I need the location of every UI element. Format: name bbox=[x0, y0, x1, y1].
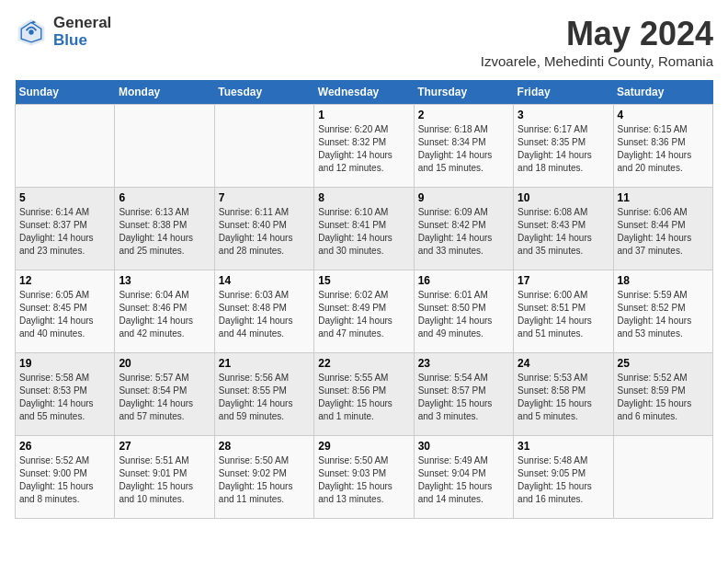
day-info: Sunrise: 6:10 AM Sunset: 8:41 PM Dayligh… bbox=[318, 206, 409, 258]
day-info: Sunrise: 6:02 AM Sunset: 8:49 PM Dayligh… bbox=[318, 289, 409, 340]
day-header-wednesday: Wednesday bbox=[314, 80, 414, 105]
day-info: Sunrise: 6:04 AM Sunset: 8:46 PM Dayligh… bbox=[119, 289, 210, 340]
day-number: 10 bbox=[518, 191, 609, 204]
calendar-cell: 24Sunrise: 5:53 AM Sunset: 8:58 PM Dayli… bbox=[514, 353, 613, 436]
day-number: 30 bbox=[418, 440, 509, 453]
calendar-cell: 28Sunrise: 5:50 AM Sunset: 9:02 PM Dayli… bbox=[214, 436, 313, 519]
day-number: 29 bbox=[318, 440, 409, 453]
day-info: Sunrise: 5:56 AM Sunset: 8:55 PM Dayligh… bbox=[219, 372, 310, 423]
calendar-cell bbox=[16, 105, 115, 188]
calendar-cell: 9Sunrise: 6:09 AM Sunset: 8:42 PM Daylig… bbox=[414, 188, 513, 270]
day-info: Sunrise: 5:54 AM Sunset: 8:57 PM Dayligh… bbox=[418, 372, 509, 423]
day-number: 11 bbox=[618, 191, 709, 204]
day-number: 17 bbox=[518, 274, 609, 287]
day-header-thursday: Thursday bbox=[414, 80, 513, 105]
day-info: Sunrise: 6:20 AM Sunset: 8:32 PM Dayligh… bbox=[318, 123, 409, 175]
calendar-cell bbox=[214, 105, 313, 188]
calendar-cell: 19Sunrise: 5:58 AM Sunset: 8:53 PM Dayli… bbox=[16, 353, 115, 436]
svg-point-2 bbox=[28, 29, 33, 34]
day-info: Sunrise: 6:01 AM Sunset: 8:50 PM Dayligh… bbox=[418, 289, 509, 340]
calendar-cell: 30Sunrise: 5:49 AM Sunset: 9:04 PM Dayli… bbox=[414, 436, 513, 519]
calendar-cell: 25Sunrise: 5:52 AM Sunset: 8:59 PM Dayli… bbox=[613, 353, 712, 436]
day-number: 1 bbox=[318, 109, 409, 121]
day-header-monday: Monday bbox=[115, 80, 214, 105]
day-header-sunday: Sunday bbox=[16, 80, 115, 105]
day-info: Sunrise: 6:11 AM Sunset: 8:40 PM Dayligh… bbox=[219, 206, 310, 258]
day-number: 20 bbox=[119, 357, 210, 370]
calendar-cell: 2Sunrise: 6:18 AM Sunset: 8:34 PM Daylig… bbox=[414, 105, 513, 188]
day-number: 5 bbox=[19, 191, 110, 204]
day-number: 25 bbox=[618, 357, 709, 370]
logo: General Blue bbox=[15, 15, 111, 49]
calendar-cell: 16Sunrise: 6:01 AM Sunset: 8:50 PM Dayli… bbox=[414, 270, 513, 353]
calendar-header-row: SundayMondayTuesdayWednesdayThursdayFrid… bbox=[16, 80, 713, 105]
logo-general: General bbox=[53, 15, 111, 32]
calendar-week-5: 26Sunrise: 5:52 AM Sunset: 9:00 PM Dayli… bbox=[16, 436, 713, 519]
calendar-cell: 5Sunrise: 6:14 AM Sunset: 8:37 PM Daylig… bbox=[16, 188, 115, 270]
day-header-friday: Friday bbox=[514, 80, 613, 105]
day-number: 19 bbox=[19, 357, 110, 370]
page-header: General Blue May 2024 Izvoarele, Mehedin… bbox=[15, 15, 713, 69]
day-number: 15 bbox=[318, 274, 409, 287]
day-info: Sunrise: 6:17 AM Sunset: 8:35 PM Dayligh… bbox=[518, 123, 609, 175]
day-number: 9 bbox=[418, 191, 509, 204]
calendar-cell: 7Sunrise: 6:11 AM Sunset: 8:40 PM Daylig… bbox=[214, 188, 313, 270]
day-number: 14 bbox=[219, 274, 310, 287]
calendar-week-2: 5Sunrise: 6:14 AM Sunset: 8:37 PM Daylig… bbox=[16, 188, 713, 270]
calendar-cell: 12Sunrise: 6:05 AM Sunset: 8:45 PM Dayli… bbox=[16, 270, 115, 353]
day-number: 24 bbox=[518, 357, 609, 370]
day-number: 2 bbox=[418, 109, 509, 121]
day-info: Sunrise: 5:53 AM Sunset: 8:58 PM Dayligh… bbox=[518, 372, 609, 423]
day-header-saturday: Saturday bbox=[613, 80, 712, 105]
day-info: Sunrise: 6:00 AM Sunset: 8:51 PM Dayligh… bbox=[518, 289, 609, 340]
calendar-week-4: 19Sunrise: 5:58 AM Sunset: 8:53 PM Dayli… bbox=[16, 353, 713, 436]
day-number: 8 bbox=[318, 191, 409, 204]
calendar-cell: 23Sunrise: 5:54 AM Sunset: 8:57 PM Dayli… bbox=[414, 353, 513, 436]
calendar-cell: 18Sunrise: 5:59 AM Sunset: 8:52 PM Dayli… bbox=[613, 270, 712, 353]
calendar-cell: 22Sunrise: 5:55 AM Sunset: 8:56 PM Dayli… bbox=[314, 353, 414, 436]
calendar-cell: 27Sunrise: 5:51 AM Sunset: 9:01 PM Dayli… bbox=[115, 436, 214, 519]
calendar-cell: 21Sunrise: 5:56 AM Sunset: 8:55 PM Dayli… bbox=[214, 353, 313, 436]
day-info: Sunrise: 5:50 AM Sunset: 9:02 PM Dayligh… bbox=[219, 454, 310, 506]
calendar-cell: 3Sunrise: 6:17 AM Sunset: 8:35 PM Daylig… bbox=[514, 105, 613, 188]
calendar-cell: 20Sunrise: 5:57 AM Sunset: 8:54 PM Dayli… bbox=[115, 353, 214, 436]
day-info: Sunrise: 5:50 AM Sunset: 9:03 PM Dayligh… bbox=[318, 454, 409, 506]
calendar-week-3: 12Sunrise: 6:05 AM Sunset: 8:45 PM Dayli… bbox=[16, 270, 713, 353]
day-info: Sunrise: 5:57 AM Sunset: 8:54 PM Dayligh… bbox=[119, 372, 210, 423]
calendar-cell: 29Sunrise: 5:50 AM Sunset: 9:03 PM Dayli… bbox=[314, 436, 414, 519]
calendar-cell: 15Sunrise: 6:02 AM Sunset: 8:49 PM Dayli… bbox=[314, 270, 414, 353]
calendar-cell: 31Sunrise: 5:48 AM Sunset: 9:05 PM Dayli… bbox=[514, 436, 613, 519]
day-info: Sunrise: 6:15 AM Sunset: 8:36 PM Dayligh… bbox=[618, 123, 709, 175]
calendar-week-1: 1Sunrise: 6:20 AM Sunset: 8:32 PM Daylig… bbox=[16, 105, 713, 188]
day-info: Sunrise: 5:52 AM Sunset: 8:59 PM Dayligh… bbox=[618, 372, 709, 423]
calendar-cell: 13Sunrise: 6:04 AM Sunset: 8:46 PM Dayli… bbox=[115, 270, 214, 353]
calendar-cell bbox=[115, 105, 214, 188]
calendar-cell: 26Sunrise: 5:52 AM Sunset: 9:00 PM Dayli… bbox=[16, 436, 115, 519]
calendar-cell: 17Sunrise: 6:00 AM Sunset: 8:51 PM Dayli… bbox=[514, 270, 613, 353]
day-info: Sunrise: 5:58 AM Sunset: 8:53 PM Dayligh… bbox=[19, 372, 110, 423]
calendar-cell: 10Sunrise: 6:08 AM Sunset: 8:43 PM Dayli… bbox=[514, 188, 613, 270]
logo-blue: Blue bbox=[53, 32, 111, 50]
day-info: Sunrise: 6:06 AM Sunset: 8:44 PM Dayligh… bbox=[618, 206, 709, 258]
day-info: Sunrise: 5:55 AM Sunset: 8:56 PM Dayligh… bbox=[318, 372, 409, 423]
calendar-cell: 6Sunrise: 6:13 AM Sunset: 8:38 PM Daylig… bbox=[115, 188, 214, 270]
calendar-cell: 4Sunrise: 6:15 AM Sunset: 8:36 PM Daylig… bbox=[613, 105, 712, 188]
day-number: 22 bbox=[318, 357, 409, 370]
title-block: May 2024 Izvoarele, Mehedinti County, Ro… bbox=[481, 15, 713, 69]
day-number: 7 bbox=[219, 191, 310, 204]
day-info: Sunrise: 6:18 AM Sunset: 8:34 PM Dayligh… bbox=[418, 123, 509, 175]
calendar-body: 1Sunrise: 6:20 AM Sunset: 8:32 PM Daylig… bbox=[16, 105, 713, 519]
logo-text: General Blue bbox=[53, 15, 111, 49]
day-info: Sunrise: 6:05 AM Sunset: 8:45 PM Dayligh… bbox=[19, 289, 110, 340]
day-number: 18 bbox=[618, 274, 709, 287]
day-number: 28 bbox=[219, 440, 310, 453]
subtitle: Izvoarele, Mehedinti County, Romania bbox=[481, 53, 713, 69]
day-info: Sunrise: 5:48 AM Sunset: 9:05 PM Dayligh… bbox=[518, 454, 609, 506]
day-info: Sunrise: 5:52 AM Sunset: 9:00 PM Dayligh… bbox=[19, 454, 110, 506]
calendar-cell: 1Sunrise: 6:20 AM Sunset: 8:32 PM Daylig… bbox=[314, 105, 414, 188]
day-header-tuesday: Tuesday bbox=[214, 80, 313, 105]
day-info: Sunrise: 6:03 AM Sunset: 8:48 PM Dayligh… bbox=[219, 289, 310, 340]
day-number: 27 bbox=[119, 440, 210, 453]
day-number: 16 bbox=[418, 274, 509, 287]
day-info: Sunrise: 6:08 AM Sunset: 8:43 PM Dayligh… bbox=[518, 206, 609, 258]
